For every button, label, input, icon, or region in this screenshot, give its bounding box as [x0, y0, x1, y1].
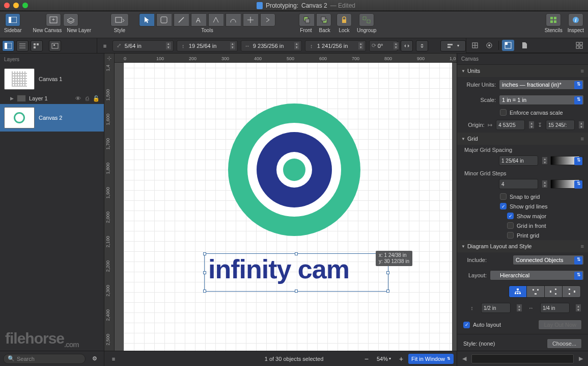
scale-select[interactable]: 1 in = 1 in [499, 95, 584, 105]
shape-tool[interactable] [156, 13, 172, 27]
point-tool[interactable] [243, 13, 258, 27]
resize-handle[interactable] [203, 290, 206, 293]
lock-button[interactable] [337, 13, 352, 27]
x-field[interactable]: ⤢▲▼ [113, 40, 174, 51]
dir-right[interactable] [545, 286, 563, 297]
menu-icon[interactable]: ≡ [581, 136, 584, 142]
new-canvas-button[interactable]: + [46, 13, 61, 27]
pen-tool[interactable] [208, 13, 223, 27]
fit-select[interactable]: Fit in Window ⇅ [408, 354, 454, 364]
view-thumbnails-button[interactable] [2, 40, 14, 51]
view-selection-button[interactable] [49, 40, 61, 51]
grid-section-header[interactable]: ▼Grid≡ [457, 133, 588, 145]
toggle-sidebar-button[interactable] [5, 13, 20, 27]
origin-y-field[interactable] [546, 120, 575, 130]
major-style-select[interactable] [583, 155, 584, 166]
minor-style-select[interactable] [583, 179, 584, 189]
layout-section-header[interactable]: ▼Diagram Layout and Style≡ [457, 240, 588, 252]
major-grid-field[interactable] [499, 155, 538, 166]
view-outline-button[interactable] [31, 40, 43, 51]
inspector-tab-properties[interactable] [483, 40, 495, 51]
bezier-tool[interactable] [226, 13, 241, 27]
ruler-horizontal[interactable]: ⊹ 01002003004005006007008009001,0 [104, 54, 457, 63]
line-tool[interactable] [174, 13, 189, 27]
chevron-right-icon[interactable]: ▶ [577, 355, 585, 363]
align-menu[interactable]: ▾ [440, 40, 466, 51]
w-field[interactable]: ↔▲▼ [241, 40, 302, 51]
hspacing-field[interactable] [540, 303, 570, 313]
style-button[interactable] [110, 13, 129, 27]
view-toggle[interactable]: ≡ [107, 353, 120, 364]
minor-grid-field[interactable] [499, 179, 538, 189]
ruler-vertical[interactable]: 1,41,5001,6001,7001,8001,9002,0002,1002,… [104, 63, 115, 351]
dir-down[interactable] [509, 286, 527, 297]
origin-x-field[interactable] [496, 120, 525, 130]
zoom-level[interactable]: 54% ▾ [374, 354, 394, 364]
resize-handle[interactable] [386, 290, 389, 293]
minimize-window-button[interactable] [13, 3, 19, 8]
inspector-tab-document[interactable] [518, 40, 530, 51]
print-grid-checkbox[interactable] [507, 232, 514, 239]
rot-field[interactable]: ⟳▲▼ [369, 40, 398, 51]
inspector-tab-grid[interactable] [573, 40, 585, 51]
chevron-left-icon[interactable]: ◀ [460, 355, 468, 363]
menu-icon[interactable]: ≡ [581, 68, 584, 74]
disclosure-icon[interactable]: ▶ [10, 96, 14, 101]
inspector-tab-object[interactable] [469, 40, 481, 51]
target-shape[interactable] [228, 103, 360, 236]
ungroup-button[interactable] [359, 13, 374, 27]
y-field[interactable]: ↕▲▼ [177, 40, 238, 51]
visibility-icon[interactable]: 👁 [74, 95, 81, 102]
new-layer-button[interactable] [63, 13, 78, 27]
text-tool[interactable]: A [191, 13, 206, 27]
units-section-header[interactable]: ▼Units≡ [457, 65, 588, 77]
choose-style-button[interactable]: Choose... [547, 338, 582, 349]
grid-front-checkbox[interactable] [507, 222, 514, 229]
include-select[interactable]: Connected Objects [513, 255, 584, 265]
stencils-button[interactable] [546, 13, 561, 27]
canvas-item-1[interactable]: Canvas 1 [0, 65, 104, 93]
canvas-page[interactable]: infinity cam x: 1 24/38 in y: 30 12/38 [124, 63, 452, 351]
search-input[interactable]: 🔍Search [3, 354, 86, 364]
nav-well[interactable] [471, 354, 574, 363]
view-list-button[interactable] [16, 40, 29, 51]
resize-handle[interactable] [295, 252, 298, 255]
dir-up[interactable] [527, 286, 545, 297]
dim-toggle[interactable]: ≡ [100, 40, 109, 51]
h-field[interactable]: ↕▲▼ [305, 40, 366, 51]
show-grid-checkbox[interactable]: ✓ [500, 203, 507, 210]
zoom-out-button[interactable]: − [360, 353, 373, 364]
dir-left[interactable] [563, 286, 580, 297]
vspacing-field[interactable] [481, 303, 511, 313]
flip-h-button[interactable] [401, 40, 413, 51]
snap-checkbox[interactable] [500, 193, 507, 200]
canvas-viewport[interactable]: infinity cam x: 1 24/38 in y: 30 12/38 [115, 63, 457, 351]
lay-out-now-button[interactable]: Lay Out Now [538, 320, 582, 330]
expand-tool[interactable] [260, 13, 275, 27]
inspector-tab-canvas[interactable] [502, 40, 514, 51]
front-button[interactable] [299, 13, 314, 27]
show-major-checkbox[interactable]: ✓ [507, 213, 514, 219]
enforce-scale-checkbox[interactable] [500, 109, 507, 116]
ruler-units-select[interactable]: inches — fractional (in)* [499, 80, 584, 90]
back-button[interactable] [316, 13, 331, 27]
ruler-corner[interactable]: ⊹ [104, 54, 115, 63]
inspect-button[interactable]: i [568, 13, 583, 27]
resize-handle[interactable] [386, 271, 389, 274]
resize-handle[interactable] [295, 290, 298, 293]
resize-handle[interactable] [203, 271, 206, 274]
auto-layout-checkbox[interactable]: ✓ [463, 322, 470, 328]
layout-select[interactable]: Hierarchical [490, 270, 584, 280]
layer-item-1[interactable]: ▶ Layer 1 👁 ⎙ 🔓 [0, 93, 104, 104]
canvas-item-2[interactable]: Canvas 2 [0, 104, 104, 132]
settings-button[interactable]: ⚙ [89, 353, 101, 364]
flip-v-button[interactable] [416, 40, 428, 51]
print-icon[interactable]: ⎙ [83, 95, 91, 102]
select-tool[interactable] [139, 13, 154, 27]
lock-icon[interactable]: 🔓 [93, 95, 100, 102]
resize-handle[interactable] [203, 252, 206, 255]
zoom-in-button[interactable]: + [395, 353, 407, 364]
zoom-window-button[interactable] [22, 3, 28, 8]
menu-icon[interactable]: ≡ [581, 243, 584, 249]
close-window-button[interactable] [4, 3, 10, 8]
